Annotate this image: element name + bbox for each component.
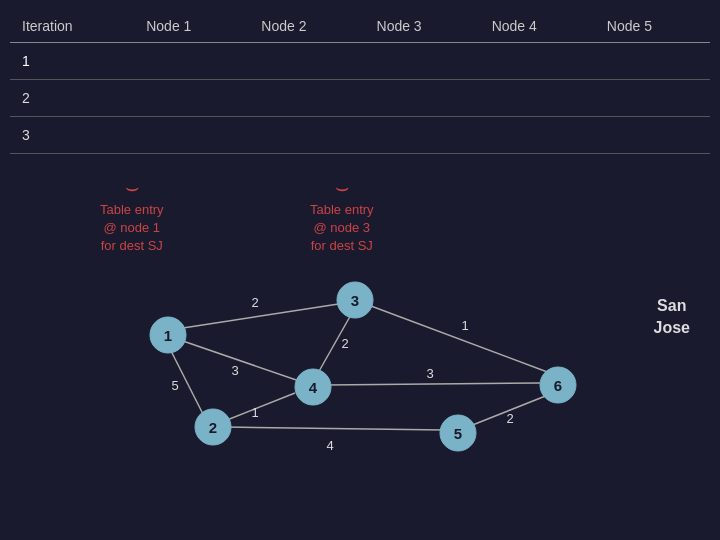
edge-weight-2-4: 1 — [251, 405, 258, 420]
san-jose-label: SanJose — [654, 295, 690, 340]
node-label-6: 6 — [554, 377, 562, 394]
table-row: 2 — [10, 80, 710, 117]
routing-table: Iteration Node 1 Node 2 Node 3 Node 4 No… — [10, 10, 710, 154]
node-label-5: 5 — [454, 425, 462, 442]
edge-weight-1-2: 5 — [171, 378, 178, 393]
col-node4: Node 4 — [480, 10, 595, 43]
iter-2: 2 — [10, 80, 134, 117]
col-node3: Node 3 — [365, 10, 480, 43]
label-node1: ⌣ Table entry@ node 1for dest SJ — [100, 175, 164, 256]
node-label-4: 4 — [309, 379, 318, 396]
svg-line-2 — [180, 340, 305, 383]
node-label-1: 1 — [164, 327, 172, 344]
iter-1: 1 — [10, 43, 134, 80]
svg-line-5 — [225, 427, 445, 430]
node-label-2: 2 — [209, 419, 217, 436]
svg-line-6 — [363, 303, 550, 373]
col-iteration: Iteration — [10, 10, 134, 43]
edge-weight-3-4: 2 — [341, 336, 348, 351]
iter-3: 3 — [10, 117, 134, 154]
edge-weight-2-5: 4 — [326, 438, 333, 453]
edge-weight-1-4: 3 — [231, 363, 238, 378]
table-row: 3 — [10, 117, 710, 154]
edge-weight-5-6: 2 — [506, 411, 513, 426]
edge-weight-4-6: 3 — [426, 366, 433, 381]
edge-weight-1-3: 2 — [251, 295, 258, 310]
svg-line-7 — [325, 383, 540, 385]
edge-weight-3-6: 1 — [461, 318, 468, 333]
table-row: 1 — [10, 43, 710, 80]
col-node1: Node 1 — [134, 10, 249, 43]
col-node2: Node 2 — [249, 10, 364, 43]
col-node5: Node 5 — [595, 10, 710, 43]
network-graph: 2 5 3 2 1 4 1 3 2 1 2 3 4 5 6 — [100, 265, 620, 520]
node-label-3: 3 — [351, 292, 359, 309]
label-node3: ⌣ Table entry@ node 3for dest SJ — [310, 175, 374, 256]
